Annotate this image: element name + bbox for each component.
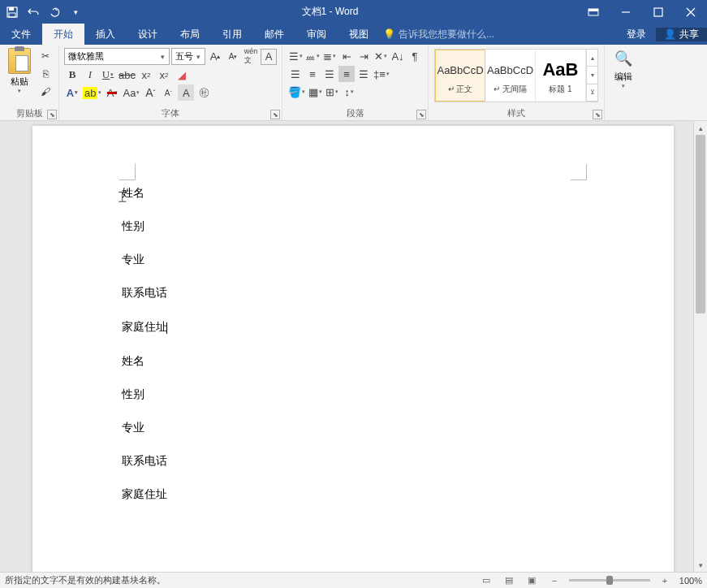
gallery-up-button[interactable]: ▴ — [587, 50, 597, 67]
asian-layout-button[interactable]: ✕▾ — [373, 48, 389, 64]
grow-font-button[interactable]: A▴ — [207, 49, 223, 65]
scroll-track[interactable] — [694, 135, 707, 558]
doc-line[interactable]: 性别 — [122, 389, 167, 400]
superscript-button[interactable]: x2 — [156, 67, 172, 83]
doc-line[interactable]: 联系电话 — [122, 288, 167, 299]
numbering-button[interactable]: ⅏▾ — [304, 48, 321, 64]
web-layout-button[interactable]: ▣ — [524, 574, 540, 587]
phonetic-guide-button[interactable]: wén文 — [243, 49, 259, 65]
undo-icon[interactable] — [26, 5, 41, 19]
doc-line[interactable]: 专业 — [122, 422, 167, 434]
increase-indent-button[interactable]: ⇥ — [356, 48, 372, 64]
bold-button[interactable]: B — [64, 67, 80, 83]
paragraph-launcher[interactable]: ⬊ — [416, 110, 426, 119]
tab-mailings[interactable]: 邮件 — [253, 24, 295, 45]
format-painter-button[interactable]: 🖌 — [37, 84, 54, 100]
change-case-button[interactable]: Aa▾ — [122, 84, 140, 101]
editing-button[interactable]: 🔍 编辑 ▾ — [608, 46, 639, 93]
align-right-button[interactable]: ☰ — [321, 66, 338, 82]
zoom-level[interactable]: 100% — [679, 576, 702, 586]
style-heading1[interactable]: AaB 标题 1 — [536, 50, 586, 102]
style-normal[interactable]: AaBbCcD ↵ 正文 — [435, 50, 485, 102]
bullets-button[interactable]: ☰▾ — [287, 48, 304, 64]
paste-button[interactable]: 粘贴 ▾ — [3, 46, 36, 96]
distribute-button[interactable]: ☰ — [356, 66, 372, 82]
close-button[interactable] — [675, 0, 707, 24]
doc-line[interactable]: 家庭住址 — [122, 489, 167, 500]
tab-file[interactable]: 文件 — [0, 24, 42, 45]
scroll-thumb[interactable] — [696, 135, 705, 313]
zoom-out-button[interactable]: − — [546, 574, 563, 587]
document-scroll[interactable]: ⌶ 姓名 性别 专业 联系电话 家庭住址 姓名 性别 专业 联系电话 家庭住址 — [0, 121, 693, 572]
shrink-font2-button[interactable]: Aˇ — [160, 84, 176, 101]
tab-layout[interactable]: 布局 — [169, 24, 211, 45]
char-shading-button[interactable]: A — [178, 84, 194, 101]
tab-references[interactable]: 引用 — [211, 24, 253, 45]
tell-me-search[interactable]: 💡 告诉我您想要做什么... — [380, 24, 494, 45]
justify-button[interactable]: ≡ — [338, 66, 355, 82]
tab-view[interactable]: 视图 — [338, 24, 380, 45]
minimize-button[interactable] — [610, 0, 642, 24]
grow-font2-button[interactable]: Aˆ — [142, 84, 158, 101]
tab-insert[interactable]: 插入 — [84, 24, 127, 45]
font-size-combo[interactable]: 五号 ▾ — [171, 48, 205, 65]
highlight-button[interactable]: ab▾ — [82, 84, 102, 101]
style-no-spacing[interactable]: AaBbCcD ↵ 无间隔 — [485, 50, 536, 102]
clipboard-launcher[interactable]: ⬊ — [47, 110, 57, 119]
multilevel-button[interactable]: ≣▾ — [321, 48, 338, 64]
shading-button[interactable]: 🪣▾ — [287, 84, 306, 100]
scroll-down-button[interactable]: ▾ — [694, 558, 707, 572]
align-center-button[interactable]: ≡ — [304, 66, 321, 82]
doc-line[interactable]: 家庭住址 — [122, 321, 167, 334]
doc-line[interactable]: 姓名 — [122, 356, 167, 367]
font-color-button[interactable]: A▾ — [104, 84, 120, 101]
tab-design[interactable]: 设计 — [127, 24, 169, 45]
align-left-button[interactable]: ☰ — [287, 66, 304, 82]
subscript-button[interactable]: x2 — [138, 67, 154, 83]
chevron-down-icon: ▾ — [193, 53, 203, 61]
gallery-more-button[interactable]: ⊻ — [587, 84, 597, 102]
show-marks-button[interactable]: ¶ — [407, 48, 423, 64]
line-spacing-button[interactable]: ‡≡▾ — [373, 66, 390, 82]
doc-line[interactable]: 联系电话 — [122, 456, 167, 467]
gallery-down-button[interactable]: ▾ — [587, 67, 597, 84]
decrease-indent-button[interactable]: ⇤ — [338, 48, 355, 64]
doc-line[interactable]: 专业 — [122, 254, 167, 266]
page[interactable]: ⌶ 姓名 性别 专业 联系电话 家庭住址 姓名 性别 专业 联系电话 家庭住址 — [32, 126, 674, 572]
copy-button[interactable]: ⎘ — [37, 66, 54, 82]
page-content[interactable]: 姓名 性别 专业 联系电话 家庭住址 姓名 性别 专业 联系电话 家庭住址 — [122, 188, 167, 522]
zoom-slider[interactable] — [569, 579, 650, 582]
qa-dropdown-icon[interactable]: ▾ — [68, 5, 83, 19]
font-name-combo[interactable]: 微软雅黑 ▾ — [64, 48, 170, 65]
sort-button[interactable]: A↓ — [390, 48, 406, 64]
login-button[interactable]: 登录 — [617, 28, 656, 41]
zoom-in-button[interactable]: + — [657, 574, 673, 587]
maximize-button[interactable] — [642, 0, 675, 24]
font-launcher[interactable]: ⬊ — [270, 110, 280, 119]
shrink-font-button[interactable]: A▾ — [225, 49, 241, 65]
cut-button[interactable]: ✂ — [37, 48, 54, 64]
styles-launcher[interactable]: ⬊ — [593, 110, 602, 119]
tab-review[interactable]: 审阅 — [295, 24, 338, 45]
share-button[interactable]: 👤 共享 — [656, 28, 707, 41]
italic-button[interactable]: I — [82, 67, 98, 83]
text-direction-button[interactable]: ↕▾ — [341, 84, 357, 100]
char-border-button[interactable]: A — [261, 49, 277, 65]
text-effects-button[interactable]: A▾ — [64, 84, 80, 101]
doc-line[interactable]: 姓名 — [122, 188, 167, 199]
doc-line[interactable]: 性别 — [122, 221, 167, 232]
clear-formatting-button[interactable]: ◢ — [174, 67, 190, 83]
snap-grid-button[interactable]: ⊞▾ — [324, 84, 340, 100]
redo-icon[interactable] — [47, 5, 62, 19]
print-layout-button[interactable]: ▤ — [501, 574, 517, 587]
strikethrough-button[interactable]: abc — [118, 67, 136, 83]
borders-button[interactable]: ▦▾ — [307, 84, 323, 100]
save-icon[interactable] — [5, 5, 19, 19]
read-mode-button[interactable]: ▭ — [478, 574, 494, 587]
scroll-up-button[interactable]: ▴ — [694, 121, 707, 135]
underline-button[interactable]: U▾ — [100, 67, 116, 83]
enclose-char-button[interactable]: ㊓ — [196, 84, 212, 101]
vertical-scrollbar[interactable]: ▴ ▾ — [693, 121, 707, 572]
tab-home[interactable]: 开始 — [42, 24, 84, 45]
ribbon-display-icon[interactable] — [577, 0, 610, 24]
